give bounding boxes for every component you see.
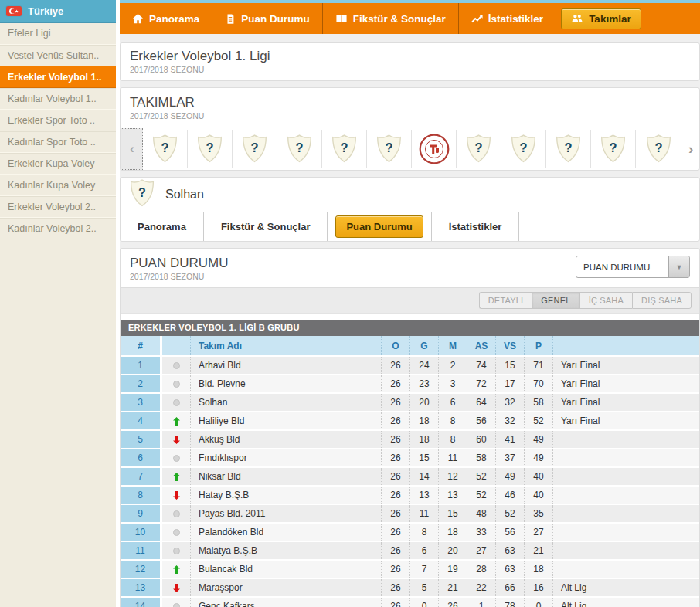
table-row[interactable]: 8Hatay B.Ş.B261313524640 <box>121 487 699 504</box>
nav-tab-takimlar[interactable]: Takımlar <box>556 3 646 34</box>
g-cell: 18 <box>409 412 438 429</box>
g-cell: 20 <box>409 394 438 411</box>
sidebar-item-10[interactable]: Kadınlar Voleybol 2.. <box>0 218 116 239</box>
g-cell: 23 <box>409 375 438 392</box>
status-cell: Alt Lig <box>552 598 699 607</box>
unknown-team-badge[interactable]: ? <box>636 130 681 168</box>
o-cell: 26 <box>381 524 409 541</box>
book-icon <box>335 13 348 25</box>
nav-tab-puan-durumu[interactable]: Puan Durumu <box>212 3 323 34</box>
unknown-team-badge[interactable]: ? <box>501 130 546 168</box>
svg-text:?: ? <box>386 141 393 154</box>
m-cell: 2 <box>438 357 467 374</box>
sidebar-item-1[interactable]: Efeler Ligi <box>0 23 116 45</box>
trend-down-icon <box>162 579 190 596</box>
filter-button-1[interactable]: DETAYLI <box>479 292 532 309</box>
table-row[interactable]: 3Solhan26206643258Yarı Final <box>121 394 699 411</box>
col-g: G <box>409 336 438 355</box>
filter-button-2[interactable]: GENEL <box>532 292 579 309</box>
o-cell: 26 <box>381 598 409 607</box>
table-row[interactable]: 14Genç Kafkars260261780Alt Lig <box>121 598 699 607</box>
unknown-team-badge[interactable]: ? <box>233 130 277 168</box>
sidebar-item-7[interactable]: Erkekler Kupa Voley <box>0 153 116 175</box>
table-row[interactable]: 10Palandöken Bld26818335627 <box>121 524 699 541</box>
team-name-cell: Maraşspor <box>190 579 381 596</box>
nav-tab-label: İstatistikler <box>488 13 543 25</box>
rank-cell: 2 <box>121 375 162 392</box>
col-trend <box>162 336 190 355</box>
status-cell <box>552 431 699 448</box>
unknown-team-badge[interactable]: ? <box>143 130 188 168</box>
country-header[interactable]: Türkiye <box>0 0 116 23</box>
p-cell: 58 <box>524 394 552 411</box>
col-as: AS <box>467 336 495 355</box>
table-row[interactable]: 7Niksar Bld261412524940 <box>121 468 699 485</box>
table-row[interactable]: 4Haliliye Bld26188563252Yarı Final <box>121 412 699 429</box>
unknown-team-badge[interactable]: ? <box>591 130 636 168</box>
standings-section: PUAN DURUMU 2017/2018 SEZONU PUAN DURUMU… <box>120 248 700 607</box>
filter-button-3[interactable]: İÇ SAHA <box>579 292 632 309</box>
sidebar-item-3[interactable]: Erkekler Voleybol 1.. <box>0 66 116 88</box>
team-tabs: PanoramaFikstür & SonuçlarPuan Durumuİst… <box>121 212 699 241</box>
table-row[interactable]: 12Bulancak Bld26719286318 <box>121 561 699 578</box>
unknown-team-badge[interactable]: ? <box>457 130 501 168</box>
svg-text:?: ? <box>161 141 169 154</box>
g-cell: 0 <box>409 598 438 607</box>
m-cell: 12 <box>438 468 467 485</box>
col-m: M <box>438 336 467 355</box>
unknown-team-badge[interactable]: ? <box>188 130 233 168</box>
rank-cell: 8 <box>121 487 162 504</box>
team-tab-1[interactable]: Panorama <box>121 212 204 241</box>
team-tab-3[interactable]: Puan Durumu <box>328 212 431 241</box>
table-row[interactable]: 9Payas Bld. 2011261115485235 <box>121 505 699 522</box>
sidebar-item-8[interactable]: Kadınlar Kupa Voley <box>0 175 116 196</box>
top-navigation: PanoramaPuan DurumuFikstür & Sonuçlarİst… <box>120 3 700 34</box>
sidebar-item-9[interactable]: Erkekler Voleybol 2.. <box>0 196 116 218</box>
m-cell: 20 <box>438 542 467 559</box>
m-cell: 19 <box>438 561 467 578</box>
svg-text:?: ? <box>475 141 483 154</box>
table-row[interactable]: 2Bld. Plevne26233721770Yarı Final <box>121 375 699 392</box>
g-cell: 24 <box>409 357 438 374</box>
team-tab-4[interactable]: İstatistikler <box>432 212 520 241</box>
p-cell: 27 <box>524 524 552 541</box>
team-tab-2[interactable]: Fikstür & Sonuçlar <box>204 212 328 241</box>
standings-view-select[interactable]: PUAN DURUMU ▼ <box>576 256 690 278</box>
rank-cell: 5 <box>121 431 162 448</box>
team-card: ? Solhan PanoramaFikstür & SonuçlarPuan … <box>120 177 700 242</box>
table-row[interactable]: 13Maraşspor26521226616Alt Lig <box>121 579 699 596</box>
vs-cell: 78 <box>495 598 524 607</box>
unknown-team-badge[interactable]: ? <box>277 130 322 168</box>
rank-cell: 13 <box>121 579 162 596</box>
table-row[interactable]: 1Arhavi Bld26242741571Yarı Final <box>121 357 699 374</box>
unknown-team-badge[interactable]: ? <box>367 130 412 168</box>
carousel-prev-button[interactable]: ‹ <box>121 128 143 170</box>
sidebar-item-2[interactable]: Vestel Venüs Sultan.. <box>0 45 116 66</box>
table-row[interactable]: 5Akkuş Bld26188604149 <box>121 431 699 448</box>
sidebar-item-6[interactable]: Kadınlar Spor Toto .. <box>0 131 116 153</box>
sidebar-item-5[interactable]: Erkekler Spor Toto .. <box>0 110 116 131</box>
team-logo-badge[interactable] <box>412 130 457 168</box>
nav-tab-fikstur-sonuclar[interactable]: Fikstür & Sonuçlar <box>323 3 459 34</box>
unknown-team-badge[interactable]: ? <box>546 130 591 168</box>
unknown-team-badge[interactable]: ? <box>322 130 367 168</box>
p-cell: 21 <box>524 542 552 559</box>
col-vs: VS <box>495 336 524 355</box>
vs-cell: 32 <box>495 394 524 411</box>
m-cell: 8 <box>438 431 467 448</box>
filter-button-4[interactable]: DIŞ SAHA <box>632 292 692 309</box>
table-row[interactable]: 11Malatya B.Ş.B26620276321 <box>121 542 699 559</box>
svg-text:?: ? <box>341 141 348 154</box>
o-cell: 26 <box>381 449 409 466</box>
chevron-down-icon: ▼ <box>668 256 689 277</box>
sidebar-item-4[interactable]: Kadınlar Voleybol 1.. <box>0 88 116 110</box>
vs-cell: 63 <box>495 561 524 578</box>
m-cell: 6 <box>438 394 467 411</box>
carousel-next-button[interactable]: › <box>682 141 699 158</box>
nav-tab-istatistikler[interactable]: İstatistikler <box>459 3 556 34</box>
as-cell: 27 <box>467 542 495 559</box>
nav-tab-panorama[interactable]: Panorama <box>120 3 212 34</box>
table-row[interactable]: 6Fındıklıspor261511583749 <box>121 449 699 466</box>
nav-tab-label: Takımlar <box>589 13 631 25</box>
teams-title: TAKIMLAR <box>130 95 690 110</box>
